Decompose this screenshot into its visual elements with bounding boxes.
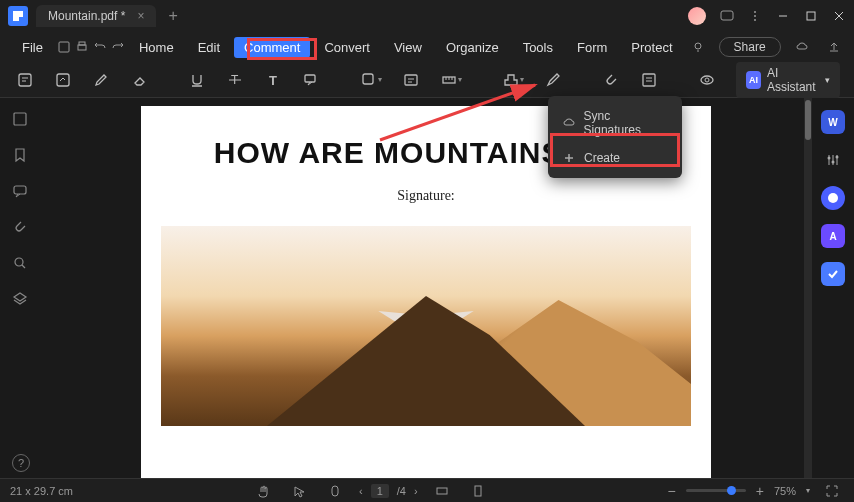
ai-assistant-button[interactable]: AI AI Assistant ▾ bbox=[736, 62, 840, 98]
upload-icon[interactable] bbox=[823, 36, 845, 58]
ai-assistant-label: AI Assistant bbox=[767, 66, 819, 94]
svg-point-44 bbox=[828, 193, 838, 203]
measure-tool-icon[interactable]: ▾ bbox=[440, 68, 462, 92]
user-avatar[interactable] bbox=[688, 7, 706, 25]
statusbar: 21 x 29.7 cm ‹ 1 /4 › − + 75% ▾ bbox=[0, 478, 854, 502]
menu-comment[interactable]: Comment bbox=[234, 37, 310, 58]
text-tool-icon[interactable]: T bbox=[264, 68, 282, 92]
svg-rect-20 bbox=[305, 75, 315, 82]
menu-organize[interactable]: Organize bbox=[436, 37, 509, 58]
menu-view[interactable]: View bbox=[384, 37, 432, 58]
new-tab-button[interactable]: + bbox=[168, 7, 177, 25]
note-tool-icon[interactable] bbox=[16, 68, 34, 92]
menubar: File Home Edit Comment Convert View Orga… bbox=[0, 32, 854, 62]
menu-edit[interactable]: Edit bbox=[188, 37, 230, 58]
page-current[interactable]: 1 bbox=[371, 484, 389, 498]
next-page-icon[interactable]: › bbox=[414, 485, 418, 497]
textbox-tool-icon[interactable] bbox=[402, 68, 420, 92]
zoom-in-icon[interactable]: + bbox=[756, 483, 764, 499]
chevron-down-icon: ▾ bbox=[825, 75, 830, 85]
sliders-icon[interactable] bbox=[821, 148, 845, 172]
document-tab[interactable]: Mountain.pdf * × bbox=[36, 5, 156, 27]
app-logo-icon bbox=[8, 6, 28, 26]
hand-tool-icon[interactable] bbox=[251, 479, 275, 503]
cloud-sync-icon bbox=[562, 116, 576, 130]
sync-signatures-item[interactable]: Sync Signatures bbox=[554, 102, 676, 144]
select-tool-icon[interactable] bbox=[287, 479, 311, 503]
vertical-scrollbar[interactable] bbox=[804, 98, 812, 478]
scroll-mode-icon[interactable] bbox=[323, 479, 347, 503]
pencil-tool-icon[interactable] bbox=[92, 68, 110, 92]
save-icon[interactable] bbox=[57, 36, 71, 58]
highlight-tool-icon[interactable] bbox=[54, 68, 72, 92]
tab-close-icon[interactable]: × bbox=[137, 9, 144, 23]
check-panel-icon[interactable] bbox=[821, 262, 845, 286]
callout-tool-icon[interactable] bbox=[302, 68, 320, 92]
signature-tool-icon[interactable] bbox=[544, 68, 562, 92]
page-total: /4 bbox=[397, 485, 406, 497]
share-button[interactable]: Share bbox=[719, 37, 781, 57]
prev-page-icon[interactable]: ‹ bbox=[359, 485, 363, 497]
ai-panel-icon[interactable]: A bbox=[821, 224, 845, 248]
maximize-button[interactable] bbox=[804, 9, 818, 23]
create-signature-item[interactable]: Create bbox=[554, 144, 676, 172]
svg-rect-10 bbox=[79, 42, 85, 45]
svg-rect-8 bbox=[59, 42, 69, 52]
menu-file[interactable]: File bbox=[12, 37, 53, 58]
help-icon[interactable]: ? bbox=[12, 454, 30, 472]
svg-rect-47 bbox=[475, 486, 481, 496]
left-sidebar bbox=[0, 98, 40, 478]
cloud-icon[interactable] bbox=[791, 36, 813, 58]
page-navigation: ‹ 1 /4 › bbox=[359, 484, 418, 498]
attachments-panel-icon[interactable] bbox=[11, 218, 29, 236]
signature-dropdown: Sync Signatures Create bbox=[548, 96, 682, 178]
zoom-out-icon[interactable]: − bbox=[668, 483, 676, 499]
comment-list-icon[interactable] bbox=[640, 68, 658, 92]
comments-panel-icon[interactable] bbox=[11, 182, 29, 200]
fit-width-icon[interactable] bbox=[430, 479, 454, 503]
zoom-slider[interactable] bbox=[686, 489, 746, 492]
strikethrough-tool-icon[interactable]: T bbox=[226, 68, 244, 92]
svg-point-43 bbox=[836, 156, 839, 159]
signature-label: Signature: bbox=[141, 188, 711, 204]
zoom-value[interactable]: 75% bbox=[774, 485, 796, 497]
underline-tool-icon[interactable] bbox=[188, 68, 206, 92]
svg-point-42 bbox=[832, 161, 835, 164]
attachment-tool-icon[interactable] bbox=[602, 68, 620, 92]
svg-rect-34 bbox=[14, 113, 26, 125]
redo-icon[interactable] bbox=[111, 36, 125, 58]
svg-point-36 bbox=[15, 258, 23, 266]
menu-convert[interactable]: Convert bbox=[314, 37, 380, 58]
svg-rect-22 bbox=[405, 75, 417, 85]
svg-text:T: T bbox=[269, 73, 277, 88]
titlebar: Mountain.pdf * × + bbox=[0, 0, 854, 32]
undo-icon[interactable] bbox=[93, 36, 107, 58]
visibility-tool-icon[interactable] bbox=[698, 68, 716, 92]
mountain-image bbox=[161, 226, 691, 426]
menu-protect[interactable]: Protect bbox=[621, 37, 682, 58]
word-export-icon[interactable]: W bbox=[821, 110, 845, 134]
eraser-tool-icon[interactable] bbox=[130, 68, 148, 92]
stamp-tool-icon[interactable]: ▾ bbox=[502, 68, 524, 92]
bulb-icon[interactable] bbox=[687, 36, 709, 58]
document-viewport[interactable]: HOW ARE MOUNTAINS FOR Signature: bbox=[40, 98, 812, 478]
svg-point-2 bbox=[754, 15, 756, 17]
close-button[interactable] bbox=[832, 9, 846, 23]
fit-page-icon[interactable] bbox=[466, 479, 490, 503]
fullscreen-icon[interactable] bbox=[820, 479, 844, 503]
message-icon[interactable] bbox=[720, 9, 734, 23]
print-icon[interactable] bbox=[75, 36, 89, 58]
minimize-button[interactable] bbox=[776, 9, 790, 23]
chat-bubble-icon[interactable] bbox=[821, 186, 845, 210]
layers-panel-icon[interactable] bbox=[11, 290, 29, 308]
tab-title: Mountain.pdf * bbox=[48, 9, 125, 23]
thumbnails-icon[interactable] bbox=[11, 110, 29, 128]
shape-tool-icon[interactable]: ▾ bbox=[360, 68, 382, 92]
search-panel-icon[interactable] bbox=[11, 254, 29, 272]
menu-tools[interactable]: Tools bbox=[513, 37, 563, 58]
bookmarks-icon[interactable] bbox=[11, 146, 29, 164]
menu-home[interactable]: Home bbox=[129, 37, 184, 58]
chevron-down-icon[interactable]: ▾ bbox=[806, 486, 810, 495]
more-icon[interactable] bbox=[748, 9, 762, 23]
menu-form[interactable]: Form bbox=[567, 37, 617, 58]
